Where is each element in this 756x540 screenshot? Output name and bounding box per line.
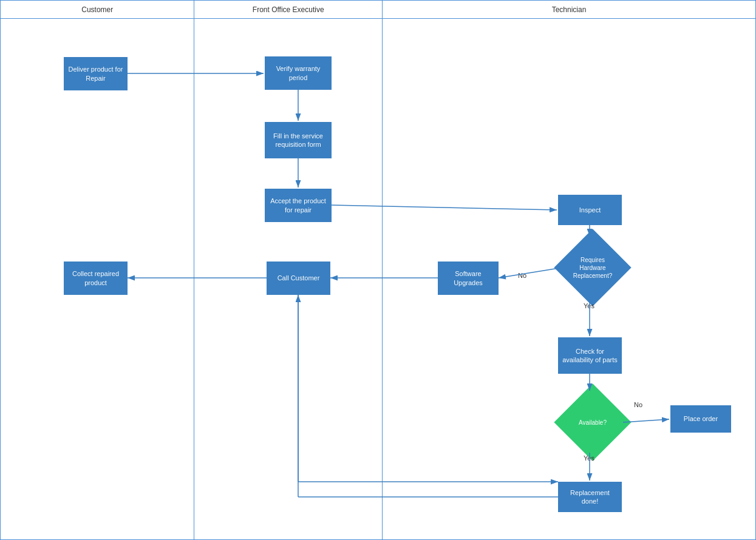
node-check-parts: Check for availability of parts: [558, 337, 622, 374]
lane-header-customer: Customer: [1, 1, 194, 18]
label-no-hardware: No: [518, 272, 526, 279]
label-yes-available: Yes: [584, 454, 594, 462]
lane-header-technician: Technician: [383, 1, 755, 18]
node-call-customer: Call Customer: [267, 262, 330, 295]
node-fill-form: Fill in the service requisition form: [265, 122, 332, 158]
node-software: Software Upgrades: [438, 262, 499, 295]
node-inspect: Inspect: [558, 195, 622, 225]
diagram-container: Customer Front Office Executive Technici…: [0, 0, 756, 540]
node-place-order: Place order: [670, 405, 731, 433]
node-replacement-done: Replacement done!: [558, 482, 622, 512]
node-verify: Verify warranty period: [265, 56, 332, 90]
label-yes-hardware: Yes: [584, 302, 594, 309]
node-collect: Collect repaired product: [64, 262, 128, 295]
node-available: Available?: [562, 392, 623, 453]
node-accept: Accept the product for repair: [265, 189, 332, 222]
label-no-available: No: [634, 401, 642, 408]
lane-header-front-office: Front Office Executive: [194, 1, 383, 18]
lane-headers: Customer Front Office Executive Technici…: [1, 1, 755, 19]
node-requires-hw: Requires Hardware Replacement?: [562, 237, 623, 298]
node-deliver: Deliver product for Repair: [64, 57, 128, 90]
